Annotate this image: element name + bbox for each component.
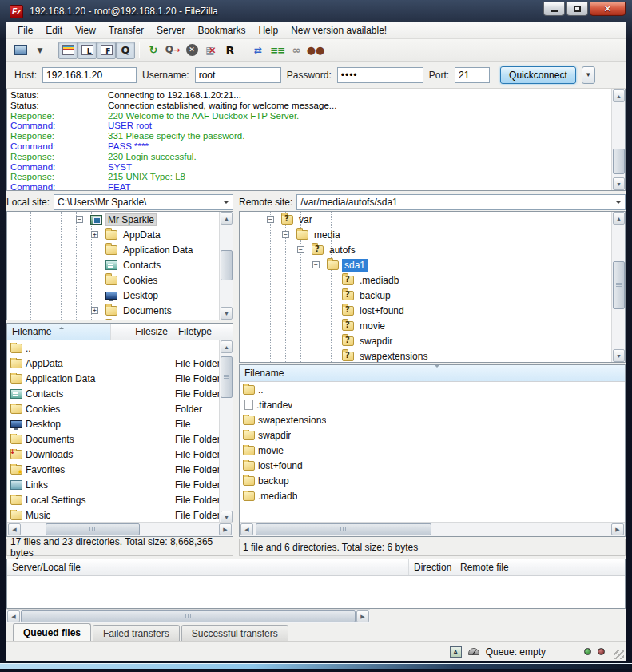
scrollbar-thumb[interactable] [221,250,233,280]
menu-item-server[interactable]: Server [150,23,191,38]
menu-item-edit[interactable]: Edit [39,23,69,38]
file-row-appdata[interactable]: AppDataFile Folder [7,356,233,371]
close-button[interactable]: ✕ [590,2,626,16]
scroll-left-icon[interactable]: ◀ [240,523,253,535]
maximize-button[interactable] [566,2,588,16]
tree-item-downloads[interactable]: +Downloads [7,318,233,320]
scroll-left-icon[interactable]: ◀ [8,523,21,535]
file-row-desktop[interactable]: DesktopFile [7,416,233,431]
tree-item-appdata[interactable]: +AppData [7,227,233,242]
scroll-right-icon[interactable]: ▶ [611,523,624,535]
disconnect-button[interactable]: ✕ [201,42,221,59]
scroll-up-icon[interactable]: ▲ [613,212,625,225]
site-manager-button[interactable] [11,42,30,59]
splitter-collapse-arrow[interactable] [434,364,440,371]
tab-queued-files[interactable]: Queued files [13,623,91,641]
sync-browsing-button[interactable]: ∞ [287,42,306,59]
file-row-music[interactable]: MusicFile Folder [7,507,233,523]
queue-hscrollbar[interactable]: ◀ ▶ [6,609,370,623]
scroll-up-icon[interactable]: ▲ [613,89,625,102]
file-row-mediadb[interactable]: .mediadb [240,488,625,503]
menu-item-help[interactable]: Help [252,23,284,38]
host-input[interactable] [42,67,137,83]
tree-item-contacts[interactable]: Contacts [7,257,233,272]
tree-expander[interactable]: − [282,231,289,238]
tree-item-mr-sparkle[interactable]: −Mr Sparkle [7,212,233,227]
scrollbar-thumb[interactable] [613,261,625,309]
local-list-scrollbar[interactable]: ▲ ▼ [219,340,233,523]
local-site-combobox[interactable]: C:\Users\Mr Sparkle\ [54,194,233,210]
tree-item-var[interactable]: −var [240,212,625,227]
file-row-item[interactable]: .. [240,382,625,397]
quickconnect-button[interactable]: Quickconnect [500,66,576,84]
column-header-remote-file[interactable]: Remote file [455,559,625,575]
scrollbar-thumb[interactable] [221,356,233,398]
process-queue-button[interactable]: Q [163,42,182,59]
file-row-item[interactable]: .. [7,340,233,356]
tree-item-backup[interactable]: backup [240,288,625,303]
toggle-local-tree-button[interactable]: L [78,42,97,59]
scroll-down-icon[interactable]: ▼ [613,177,625,190]
tree-expander[interactable]: + [91,307,98,314]
scrollbar-thumb[interactable] [256,523,431,535]
toggle-remote-tree-button[interactable]: F [97,42,116,59]
toggle-log-button[interactable] [58,42,78,59]
remote-tree-scrollbar[interactable]: ▲ ▼ [611,212,625,362]
tree-item-swapdir[interactable]: swapdir [240,333,625,348]
remote-list-hscrollbar[interactable]: ◀ ▶ [240,522,625,536]
remote-site-combobox[interactable]: /var/media/autofs/sda1 [296,194,626,210]
scroll-right-icon[interactable]: ▶ [219,523,232,535]
file-row-links[interactable]: LinksFile Folder [7,477,233,492]
tab-successful-transfers[interactable]: Successful transfers [181,625,288,641]
tree-item-desktop[interactable]: Desktop [7,288,233,303]
tree-item-swapextensions[interactable]: swapextensions [240,348,625,363]
file-row-movie[interactable]: movie [240,443,625,458]
local-tree-scrollbar[interactable]: ▲ ▼ [219,212,233,320]
tree-item-movie[interactable]: movie [240,318,625,333]
tree-expander[interactable]: − [297,246,304,253]
tree-expander[interactable]: − [312,261,320,268]
scroll-down-icon[interactable]: ▼ [221,307,233,320]
file-row-backup[interactable]: backup [240,473,625,488]
quickconnect-dropdown-button[interactable]: ▼ [582,66,595,84]
port-input[interactable] [455,67,490,83]
refresh-button[interactable]: ↻ [144,42,163,59]
file-row-contacts[interactable]: ContactsFile Folder [7,386,233,401]
reconnect-button[interactable]: R [221,42,240,59]
file-row-titandev[interactable]: .titandev [240,397,625,412]
file-row-downloads[interactable]: DownloadsFile Folder [7,447,233,462]
tree-item-application-data[interactable]: Application Data [7,242,233,257]
file-row-favorites[interactable]: FavoritesFile Folder [7,462,233,477]
column-header-server-local-file[interactable]: Server/Local file [7,559,409,575]
file-row-cookies[interactable]: CookiesFolder [7,401,233,416]
file-row-application-data[interactable]: Application DataFile Folder [7,371,233,386]
scrollbar-thumb[interactable] [46,523,140,535]
tree-expander[interactable]: − [267,216,274,223]
scroll-up-icon[interactable]: ▲ [221,212,233,225]
menu-item-bookmarks[interactable]: Bookmarks [191,23,252,38]
scroll-up-icon[interactable]: ▲ [221,340,233,353]
tree-item-mediadb[interactable]: .mediadb [240,272,625,288]
file-row-swapdir[interactable]: swapdir [240,427,625,443]
column-header-filename[interactable]: Filename [240,365,625,381]
tree-item-lost-found[interactable]: lost+found [240,303,625,318]
file-row-documents[interactable]: DocumentsFile Folder [7,431,233,447]
menu-item-new-version-available[interactable]: New version available! [284,23,393,38]
compare-button[interactable]: ⇄ [248,42,268,59]
tree-item-cookies[interactable]: Cookies [7,272,233,288]
toggle-queue-button[interactable]: Q [116,42,135,59]
log-scrollbar[interactable]: ▲ ▼ [611,89,625,190]
minimize-button[interactable] [543,2,565,16]
scroll-down-icon[interactable]: ▼ [613,349,625,362]
tree-item-documents[interactable]: +Documents [7,303,233,318]
tree-expander[interactable]: − [76,216,83,223]
title-bar[interactable]: Fz 192.168.1.20 - root@192.168.1.20 - Fi… [0,0,632,22]
file-row-lost-found[interactable]: lost+found [240,458,625,473]
menu-item-transfer[interactable]: Transfer [102,23,150,38]
column-header-filesize[interactable]: Filesize [111,324,173,340]
menu-item-file[interactable]: File [11,23,39,38]
menu-item-view[interactable]: View [69,23,102,38]
directory-listing-button[interactable]: ≡≡ [268,42,287,59]
file-row-swapextensions[interactable]: swapextensions [240,412,625,427]
column-header-filetype[interactable]: Filetype [173,324,233,340]
